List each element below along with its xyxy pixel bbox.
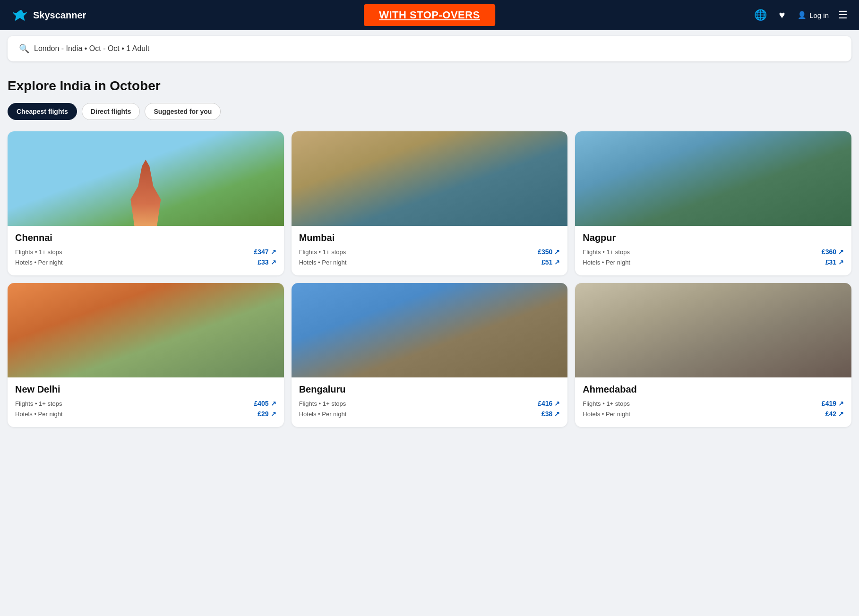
flights-row: Flights • 1+ stops £360 ↗: [583, 248, 844, 256]
destination-card-nagpur[interactable]: Nagpur Flights • 1+ stops £360 ↗ Hotels …: [575, 131, 851, 275]
external-link-icon: ↗: [554, 248, 560, 256]
card-body: Bengaluru Flights • 1+ stops £416 ↗ Hote…: [292, 377, 568, 427]
user-icon: 👤: [798, 11, 807, 19]
destination-image: [8, 283, 284, 377]
external-link-icon: ↗: [271, 400, 276, 407]
city-name: Nagpur: [583, 232, 844, 243]
hotels-label: Hotels • Per night: [299, 259, 347, 266]
city-name: Bengaluru: [299, 384, 560, 395]
destination-card-new-delhi[interactable]: New Delhi Flights • 1+ stops £405 ↗ Hote…: [8, 283, 284, 427]
city-name: Mumbai: [299, 232, 560, 243]
card-body: Nagpur Flights • 1+ stops £360 ↗ Hotels …: [575, 226, 851, 275]
flights-price[interactable]: £416 ↗: [538, 400, 560, 407]
hotels-price[interactable]: £31 ↗: [825, 258, 844, 266]
external-link-icon: ↗: [554, 400, 560, 407]
external-link-icon: ↗: [271, 410, 276, 418]
external-link-icon: ↗: [838, 400, 844, 407]
header: Skyscanner WITH STOP-OVERS 🌐 ♥ 👤 Log in …: [0, 0, 859, 30]
hotels-price[interactable]: £29 ↗: [258, 410, 276, 418]
external-link-icon: ↗: [838, 410, 844, 418]
flights-label: Flights • 1+ stops: [299, 400, 346, 407]
flights-price[interactable]: £347 ↗: [254, 248, 276, 256]
login-button[interactable]: 👤 Log in: [798, 11, 829, 19]
external-link-icon: ↗: [271, 258, 276, 266]
heart-icon[interactable]: ♥: [776, 9, 788, 21]
main-content: Explore India in October Cheapest flight…: [0, 67, 859, 438]
filter-tabs: Cheapest flights Direct flights Suggeste…: [8, 103, 851, 120]
flights-row: Flights • 1+ stops £405 ↗: [15, 400, 276, 407]
flights-label: Flights • 1+ stops: [15, 400, 62, 407]
external-link-icon: ↗: [838, 248, 844, 256]
city-name: New Delhi: [15, 384, 276, 395]
flights-price[interactable]: £360 ↗: [822, 248, 844, 256]
destination-card-bengaluru[interactable]: Bengaluru Flights • 1+ stops £416 ↗ Hote…: [292, 283, 568, 427]
external-link-icon: ↗: [554, 258, 560, 266]
hotels-row: Hotels • Per night £42 ↗: [583, 410, 844, 418]
destination-image: [8, 131, 284, 226]
menu-icon[interactable]: ☰: [838, 9, 848, 21]
destination-image: [292, 131, 568, 226]
flights-row: Flights • 1+ stops £350 ↗: [299, 248, 560, 256]
flights-label: Flights • 1+ stops: [15, 248, 62, 256]
card-body: New Delhi Flights • 1+ stops £405 ↗ Hote…: [8, 377, 284, 427]
external-link-icon: ↗: [554, 410, 560, 418]
tab-cheapest-flights[interactable]: Cheapest flights: [8, 103, 77, 120]
hotels-row: Hotels • Per night £31 ↗: [583, 258, 844, 266]
destination-card-ahmedabad[interactable]: Ahmedabad Flights • 1+ stops £419 ↗ Hote…: [575, 283, 851, 427]
flights-label: Flights • 1+ stops: [299, 248, 346, 256]
external-link-icon: ↗: [838, 258, 844, 266]
tab-direct-flights[interactable]: Direct flights: [82, 103, 140, 120]
hotels-label: Hotels • Per night: [15, 411, 63, 418]
hotels-row: Hotels • Per night £38 ↗: [299, 410, 560, 418]
logo-text: Skyscanner: [33, 10, 86, 21]
destinations-grid: Chennai Flights • 1+ stops £347 ↗ Hotels…: [8, 131, 851, 427]
city-name: Ahmedabad: [583, 384, 844, 395]
destination-image: [575, 283, 851, 377]
flights-row: Flights • 1+ stops £419 ↗: [583, 400, 844, 407]
tab-suggested-for-you[interactable]: Suggested for you: [145, 103, 221, 120]
hotels-label: Hotels • Per night: [583, 259, 630, 266]
search-bar[interactable]: 🔍 London - India • Oct - Oct • 1 Adult: [8, 36, 851, 61]
logo-icon: [11, 7, 28, 24]
search-icon: 🔍: [19, 43, 29, 54]
hotels-label: Hotels • Per night: [15, 259, 63, 266]
hotels-label: Hotels • Per night: [299, 411, 347, 418]
hotels-price[interactable]: £33 ↗: [258, 258, 276, 266]
external-link-icon: ↗: [271, 248, 276, 256]
destination-card-mumbai[interactable]: Mumbai Flights • 1+ stops £350 ↗ Hotels …: [292, 131, 568, 275]
hotels-row: Hotels • Per night £33 ↗: [15, 258, 276, 266]
hotels-price[interactable]: £38 ↗: [541, 410, 560, 418]
flights-row: Flights • 1+ stops £347 ↗: [15, 248, 276, 256]
globe-icon[interactable]: 🌐: [754, 9, 766, 21]
hotels-price[interactable]: £51 ↗: [541, 258, 560, 266]
hotels-price[interactable]: £42 ↗: [825, 410, 844, 418]
header-right: 🌐 ♥ 👤 Log in ☰: [754, 9, 848, 21]
search-text: London - India • Oct - Oct • 1 Adult: [34, 44, 149, 53]
promo-banner[interactable]: WITH STOP-OVERS: [364, 4, 495, 26]
card-body: Mumbai Flights • 1+ stops £350 ↗ Hotels …: [292, 226, 568, 275]
flights-label: Flights • 1+ stops: [583, 400, 630, 407]
hotels-row: Hotels • Per night £29 ↗: [15, 410, 276, 418]
hotels-row: Hotels • Per night £51 ↗: [299, 258, 560, 266]
flights-price[interactable]: £350 ↗: [538, 248, 560, 256]
page-title: Explore India in October: [8, 78, 851, 94]
destination-image: [292, 283, 568, 377]
card-body: Chennai Flights • 1+ stops £347 ↗ Hotels…: [8, 226, 284, 275]
flights-row: Flights • 1+ stops £416 ↗: [299, 400, 560, 407]
flights-price[interactable]: £419 ↗: [822, 400, 844, 407]
destination-card-chennai[interactable]: Chennai Flights • 1+ stops £347 ↗ Hotels…: [8, 131, 284, 275]
flights-label: Flights • 1+ stops: [583, 248, 630, 256]
city-name: Chennai: [15, 232, 276, 243]
logo[interactable]: Skyscanner: [11, 7, 86, 24]
card-body: Ahmedabad Flights • 1+ stops £419 ↗ Hote…: [575, 377, 851, 427]
flights-price[interactable]: £405 ↗: [254, 400, 276, 407]
destination-image: [575, 131, 851, 226]
hotels-label: Hotels • Per night: [583, 411, 630, 418]
